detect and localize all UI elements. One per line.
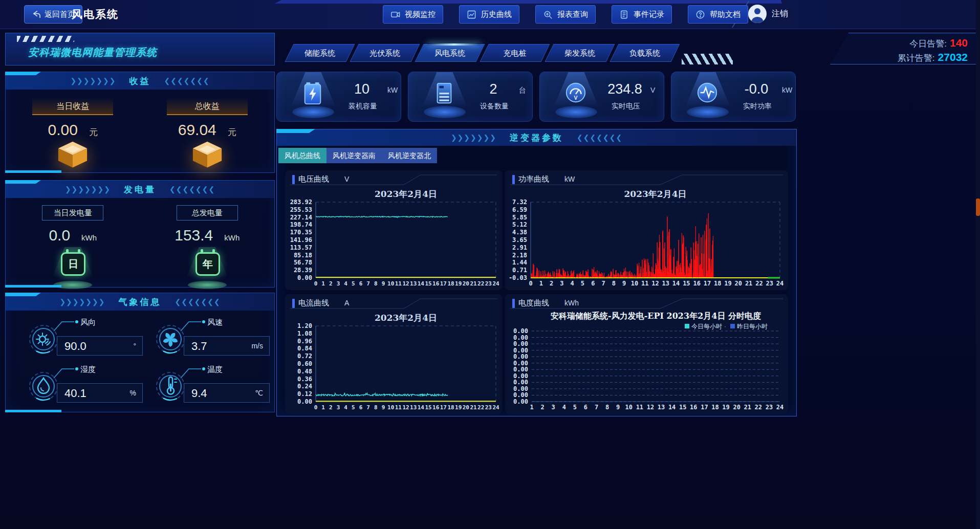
stat-card-unit: 台 bbox=[519, 86, 526, 95]
weather-value: 40.1 bbox=[64, 387, 86, 400]
svg-text:17: 17 bbox=[701, 404, 708, 411]
calendar-icon: 日 bbox=[61, 252, 85, 276]
inverter-tab-风机逆变器南[interactable]: 风机逆变器南 bbox=[326, 148, 382, 163]
report-search-button[interactable]: 报表查询 bbox=[535, 5, 596, 24]
tab-储能系统[interactable]: 储能系统 bbox=[285, 44, 355, 62]
revenue-value: 69.04 bbox=[178, 121, 216, 139]
logout-button[interactable]: 注销 bbox=[772, 9, 788, 19]
svg-text:2: 2 bbox=[550, 280, 553, 287]
svg-text:0.36: 0.36 bbox=[297, 376, 312, 383]
svg-text:4: 4 bbox=[571, 280, 574, 287]
svg-text:11: 11 bbox=[395, 280, 402, 287]
weather-body: 风向90.0° 风速3.7m/s 湿度40.1% 温度9.4℃ bbox=[6, 311, 274, 412]
svg-text:24: 24 bbox=[776, 280, 783, 287]
tab-label: 光伏系统 bbox=[355, 45, 415, 61]
event-log-button[interactable]: 事件记录 bbox=[612, 5, 672, 24]
svg-text:昨日每小时: 昨日每小时 bbox=[737, 323, 768, 330]
revenue-value-row: 69.04元 bbox=[178, 121, 236, 139]
video-button[interactable]: 视频监控 bbox=[383, 5, 443, 24]
svg-text:0.00: 0.00 bbox=[513, 398, 528, 405]
svg-text:8: 8 bbox=[605, 404, 609, 411]
svg-text:15: 15 bbox=[425, 280, 431, 287]
svg-text:4: 4 bbox=[344, 404, 347, 411]
alarm-summary: 今日告警:140 累计告警:27032 bbox=[830, 33, 976, 64]
svg-text:V: V bbox=[574, 95, 577, 101]
title-accent-bar bbox=[292, 175, 295, 184]
svg-text:3: 3 bbox=[560, 280, 563, 287]
generation-panel: ❯❯❯❯❯❯❯ 发电量 ❮❮❮❮❮❮❮ 当日发电量0.0kWh日总发电量153.… bbox=[5, 180, 275, 288]
svg-text:19: 19 bbox=[724, 280, 731, 287]
tab-柴发系统[interactable]: 柴发系统 bbox=[545, 44, 615, 62]
svg-text:4: 4 bbox=[344, 280, 347, 287]
revenue-value: 0.00 bbox=[48, 121, 78, 139]
revenue-item-label: 总收益 bbox=[167, 99, 248, 115]
chart-svg-current: 2023年2月4日1.201.080.960.840.720.600.480.3… bbox=[285, 311, 502, 414]
svg-text:0.24: 0.24 bbox=[297, 383, 312, 390]
weather-item-温度: 温度9.4℃ bbox=[154, 365, 271, 411]
avatar[interactable] bbox=[748, 5, 767, 23]
svg-text:7: 7 bbox=[595, 404, 598, 411]
svg-text:1: 1 bbox=[321, 404, 325, 411]
generation-body: 当日发电量0.0kWh日总发电量153.4kWh年 bbox=[6, 198, 274, 289]
stat-card-label: 实时电压 bbox=[600, 102, 651, 111]
title-accent-bar bbox=[292, 299, 295, 308]
chart-panel-power: 功率曲线kW2023年2月4日7.326.595.855.124.383.652… bbox=[505, 170, 788, 290]
scrollbar-track[interactable] bbox=[976, 0, 980, 529]
title-deco-line bbox=[510, 296, 783, 310]
stat-card-label: 实时功率 bbox=[732, 102, 783, 111]
inverter-panel: ❯❯❯❯❯❯❯ 逆变器参数 ❮❮❮❮❮❮❮ 风机总曲线风机逆变器南风机逆变器北 … bbox=[276, 129, 797, 416]
weather-label: 温度 bbox=[207, 365, 223, 374]
svg-text:21: 21 bbox=[470, 404, 477, 411]
svg-text:0.00: 0.00 bbox=[297, 274, 312, 281]
svg-text:28.39: 28.39 bbox=[294, 267, 312, 274]
svg-text:21: 21 bbox=[744, 404, 751, 411]
event-log-icon bbox=[619, 10, 629, 19]
generation-item-label: 当日发电量 bbox=[42, 205, 103, 221]
alarm-total-row: 累计告警:27032 bbox=[831, 51, 968, 65]
svg-text:7: 7 bbox=[601, 280, 605, 287]
weather-item-湿度: 湿度40.1% bbox=[27, 365, 144, 411]
svg-text:13: 13 bbox=[662, 280, 669, 287]
weather-value-box: 40.1% bbox=[57, 383, 143, 403]
top-deco-strip bbox=[274, 0, 782, 4]
svg-text:255.53: 255.53 bbox=[290, 206, 312, 213]
scrollbar-thumb[interactable] bbox=[976, 199, 980, 216]
revenue-item: 当日收益0.00元 bbox=[6, 90, 140, 170]
tab-风电系统[interactable]: 风电系统 bbox=[415, 44, 485, 62]
svg-text:17: 17 bbox=[440, 280, 447, 287]
chart-panel-voltage: 电压曲线V2023年2月4日283.92255.53227.14198.7417… bbox=[285, 170, 502, 290]
svg-text:11: 11 bbox=[636, 404, 643, 411]
svg-text:24: 24 bbox=[492, 404, 499, 411]
svg-text:23: 23 bbox=[485, 280, 492, 287]
svg-text:1: 1 bbox=[539, 280, 543, 287]
topbar-button-label: 事件记录 bbox=[634, 10, 664, 19]
svg-text:22: 22 bbox=[755, 280, 763, 287]
tab-光伏系统[interactable]: 光伏系统 bbox=[350, 44, 420, 62]
system-tabs: 储能系统光伏系统风电系统充电桩柴发系统负载系统 bbox=[286, 44, 676, 62]
back-arrow-icon bbox=[31, 10, 41, 19]
history-curve-button[interactable]: 历史曲线 bbox=[459, 5, 519, 24]
weather-panel: ❯❯❯❯❯❯❯ 气象信息 ❮❮❮❮❮❮❮ 风向90.0° 风速3.7m/s 湿 bbox=[5, 293, 275, 412]
tab-充电桩[interactable]: 充电桩 bbox=[480, 44, 550, 62]
tab-负载系统[interactable]: 负载系统 bbox=[609, 44, 680, 62]
svg-text:6: 6 bbox=[359, 404, 363, 411]
title-accent-bar bbox=[512, 299, 515, 308]
chart-panel-energy: 电度曲线kWh安科瑞储能系统-风力发电-EPI 2023年2月4日 分时电度今日… bbox=[505, 294, 788, 414]
stat-card-实时电压: V234.8V实时电压 bbox=[539, 72, 664, 122]
topbar-button-label: 帮助文档 bbox=[710, 10, 741, 19]
svg-text:7: 7 bbox=[366, 280, 370, 287]
stat-card-icon-wrap bbox=[432, 80, 456, 108]
stat-card-value: -0.0 bbox=[732, 81, 781, 97]
help-button[interactable]: 帮助文档 bbox=[688, 5, 748, 24]
svg-text:8: 8 bbox=[612, 280, 616, 287]
svg-text:14: 14 bbox=[418, 404, 425, 411]
svg-text:18: 18 bbox=[447, 280, 454, 287]
chart-canvas: 2023年2月4日1.201.080.960.840.720.600.480.3… bbox=[285, 311, 502, 414]
generation-panel-header: ❯❯❯❯❯❯❯ 发电量 ❮❮❮❮❮❮❮ bbox=[6, 181, 274, 198]
inverter-tab-风机总曲线[interactable]: 风机总曲线 bbox=[278, 148, 326, 163]
chart-canvas: 安科瑞储能系统-风力发电-EPI 2023年2月4日 分时电度今日每小时·昨日每… bbox=[505, 311, 788, 414]
topbar-buttons: 视频监控历史曲线报表查询事件记录帮助文档 bbox=[383, 5, 748, 24]
tab-label: 储能系统 bbox=[290, 45, 350, 61]
inverter-tab-风机逆变器北[interactable]: 风机逆变器北 bbox=[382, 148, 437, 163]
history-curve-icon bbox=[467, 10, 476, 19]
